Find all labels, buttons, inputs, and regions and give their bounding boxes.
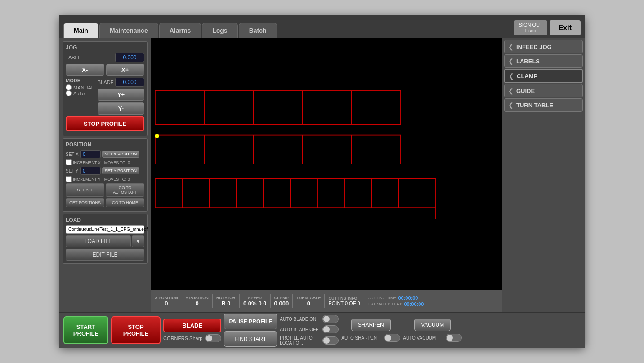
tab-main[interactable]: Main [63, 23, 98, 38]
file-name-display: ContinuousLineTest_1_1_CPG_mm.edf [66, 225, 144, 234]
cutting-info-display: CUTTING INFO POINT 0 OF 0 [328, 296, 360, 306]
auto-sharpen-toggle[interactable] [384, 334, 400, 342]
auto-settings-group: AUTO BLADE ON AUTO BLADE OFF PROFILE AUT… [280, 315, 339, 345]
x-position-value: 0 [165, 300, 168, 307]
set-y-row: SET Y SET Y POSITION [66, 167, 144, 175]
x-plus-button[interactable]: X+ [106, 64, 145, 76]
tab-batch[interactable]: Batch [239, 23, 277, 38]
svg-rect-10 [155, 179, 436, 208]
set-y-position-button[interactable]: SET Y POSITION [102, 167, 139, 174]
blade-sub-section: BLADE Y+ Y- [98, 78, 144, 115]
blade-group: BLADE CORNERS Sharp [163, 319, 221, 342]
exit-button[interactable]: Exit [550, 20, 581, 35]
turn-table-chevron-icon: ❮ [508, 102, 514, 109]
auto-blade-off-row: AUTO BLADE OFF [280, 325, 339, 333]
divider-1 [182, 294, 182, 308]
auto-vacuum-label: AUTO VACUUM [403, 336, 443, 341]
sign-out-button[interactable]: SIGN OUT Esco [514, 20, 547, 35]
increment-y-checkbox[interactable] [66, 176, 72, 182]
speed-number: 0.0 [259, 300, 267, 307]
tab-maintenance[interactable]: Maintenance [99, 23, 158, 38]
y-plus-button[interactable]: Y+ [98, 89, 144, 101]
increment-y-row: INCREMENT Y MOVES TO: 0 [66, 176, 144, 182]
blade-button[interactable]: BLADE [163, 319, 221, 332]
x-minus-button[interactable]: X- [66, 64, 104, 76]
status-bar: X POSITION 0 Y POSITION 0 ROTATOR R 0 SP… [151, 290, 502, 312]
y-minus-button[interactable]: Y- [98, 102, 144, 115]
get-positions-button[interactable]: GET POSITIONS [66, 198, 104, 207]
auto-radio[interactable] [66, 90, 72, 96]
profile-auto-location-toggle[interactable] [322, 336, 339, 345]
auto-vacuum-toggle[interactable] [446, 334, 462, 342]
auto-label: AuTo [73, 91, 85, 96]
profile-auto-location-label: PROFILE AUTO LOCATIO... [280, 336, 320, 345]
mode-section: MODE MANUAL AuTo [66, 78, 94, 113]
load-header: LOAD [66, 217, 144, 223]
load-file-dropdown-button[interactable]: ▼ [132, 235, 144, 247]
tab-logs[interactable]: Logs [202, 23, 237, 38]
set-y-input[interactable] [80, 167, 101, 175]
turn-table-button[interactable]: ❮ TURN TABLE [504, 98, 583, 112]
position-section: POSITION SET X SET X POSITION INCREMENT … [63, 138, 148, 212]
bottom-bar: START PROFILE STOP PROFILE BLADE CORNERS… [59, 312, 585, 348]
increment-x-checkbox[interactable] [66, 159, 72, 165]
estimated-left-label: ESTIMATED LEFT: [368, 302, 402, 306]
go-to-home-button[interactable]: GO TO HOME [106, 198, 144, 207]
clamp-chevron-icon: ❮ [509, 72, 514, 80]
infeed-jog-label: INFEED JOG [516, 44, 552, 50]
clamp-button[interactable]: ❮ CLAMP [504, 69, 583, 83]
sharp-corners-label: CORNERS Sharp [163, 336, 202, 341]
load-section: LOAD ContinuousLineTest_1_1_CPG_mm.edf L… [63, 214, 148, 264]
guide-chevron-icon: ❮ [508, 87, 514, 94]
cut-path-svg [151, 38, 502, 290]
speed-percent: 0.0% [243, 300, 257, 307]
tab-bar: Main Maintenance Alarms Logs Batch SIGN … [59, 15, 585, 38]
labels-chevron-icon: ❮ [508, 58, 514, 65]
sharpen-button[interactable]: SHARPEN [351, 319, 391, 331]
set-all-button[interactable]: SET ALL [66, 183, 104, 197]
set-x-input[interactable] [80, 150, 101, 158]
set-x-position-button[interactable]: SET X POSITION [102, 151, 139, 158]
infeed-jog-button[interactable]: ❮ INFEED JOG [504, 40, 583, 53]
divider-3 [239, 294, 240, 308]
set-x-row: SET X SET X POSITION [66, 150, 144, 158]
table-row-header: TABLE [66, 53, 144, 62]
tab-alarms[interactable]: Alarms [159, 23, 201, 38]
stop-profile-button-jog[interactable]: STOP PROFILE [66, 116, 144, 131]
sharp-corners-toggle[interactable] [205, 334, 221, 342]
divider-5 [292, 294, 293, 308]
find-start-button[interactable]: FIND START [224, 331, 277, 347]
go-to-autostart-button[interactable]: GO TO AUTOSTART [106, 183, 144, 197]
table-value-input[interactable] [115, 53, 144, 62]
auto-blade-on-toggle[interactable] [322, 315, 339, 323]
labels-button[interactable]: ❮ LABELS [504, 54, 583, 68]
increment-y-label: INCREMENT Y [73, 177, 101, 182]
auto-blade-off-toggle[interactable] [322, 325, 339, 333]
vacuum-button[interactable]: VACUUM [414, 319, 451, 331]
cutting-time-label: CUTTING TIME [368, 296, 397, 300]
stop-profile-button-main[interactable]: STOP PROFILE [111, 316, 161, 344]
y-position-label: Y POSITION [186, 296, 209, 300]
action-row-1: SET ALL GO TO AUTOSTART [66, 183, 144, 197]
infeed-jog-chevron-icon: ❮ [508, 43, 514, 50]
svg-rect-0 [155, 90, 401, 124]
edit-file-button[interactable]: EDIT FILE [66, 249, 144, 261]
table-label: TABLE [66, 55, 81, 60]
profile-auto-location-row: PROFILE AUTO LOCATIO... [280, 336, 339, 345]
blade-value-input[interactable] [115, 78, 144, 87]
manual-radio[interactable] [66, 84, 72, 90]
estimated-left-row: ESTIMATED LEFT: 00:00:00 [368, 301, 424, 307]
load-file-row: LOAD FILE ▼ [66, 235, 144, 247]
y-position-display: Y POSITION 0 [186, 296, 209, 307]
canvas-view [151, 38, 502, 290]
turntable-value: 0 [307, 300, 310, 307]
auto-blade-off-label: AUTO BLADE OFF [280, 327, 320, 332]
speed-label: SPEED [248, 296, 262, 300]
start-profile-button[interactable]: START PROFILE [63, 316, 108, 344]
sharp-corners-row: CORNERS Sharp [163, 334, 221, 342]
guide-label: GUIDE [516, 88, 535, 94]
tab-right-controls: SIGN OUT Esco Exit [514, 20, 585, 38]
pause-profile-button[interactable]: PAUSE PROFILE [224, 314, 277, 329]
load-file-button[interactable]: LOAD FILE [66, 235, 131, 247]
guide-button[interactable]: ❮ GUIDE [504, 84, 583, 97]
